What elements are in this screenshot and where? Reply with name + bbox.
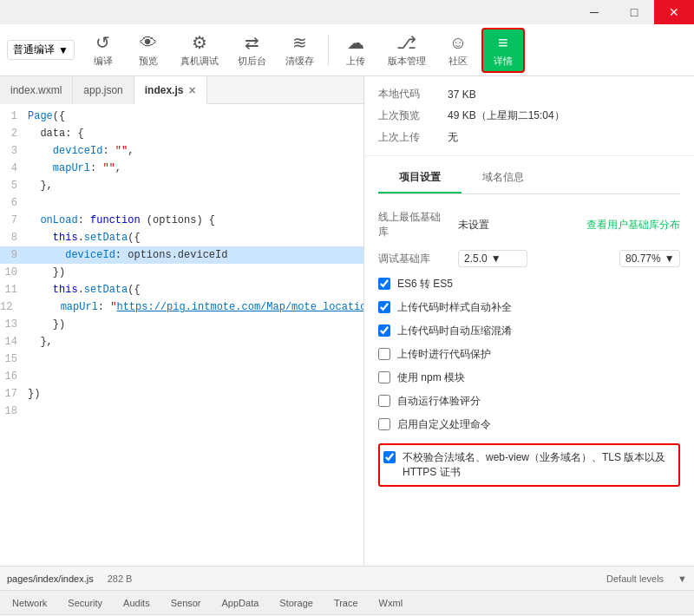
tab-index-wxml-label: index.wxml — [10, 84, 62, 96]
toolbar-debug[interactable]: ⚙ 真机调试 — [172, 29, 227, 71]
last-preview-row: 上次预览 49 KB（上星期二15:04） — [378, 105, 680, 127]
detail-label: 详情 — [494, 55, 513, 68]
checkbox-experience-label: 自动运行体验评分 — [397, 394, 481, 409]
bottom-tabs: Network Security Audits Sensor AppData S… — [0, 590, 694, 614]
bottom-tab-appdata[interactable]: AppData — [213, 594, 268, 612]
last-preview-label: 上次预览 — [378, 108, 448, 123]
debug-version-select[interactable]: 2.5.0 ▼ — [458, 250, 527, 267]
code-line: 2 data: { — [0, 125, 363, 142]
code-line: 5 }, — [0, 177, 363, 194]
checkbox-npm: 使用 npm 模块 — [378, 366, 680, 390]
code-line: 6 — [0, 194, 363, 212]
info-section: 本地代码 37 KB 上次预览 49 KB（上星期二15:04） 上次上传 无 — [364, 76, 694, 156]
code-line: 17 }) — [0, 385, 363, 403]
last-preview-value: 49 KB（上星期二15:04） — [448, 108, 565, 123]
community-label: 社区 — [448, 55, 468, 68]
levels-dropdown-icon: ▼ — [678, 573, 687, 584]
checkbox-custom-label: 启用自定义处理命令 — [397, 417, 491, 432]
minimize-button[interactable]: ─ — [574, 0, 614, 24]
toolbar-community[interactable]: ☺ 社区 — [436, 29, 480, 71]
bottom-tab-sensor[interactable]: Sensor — [162, 594, 210, 612]
compile-icon: ↺ — [95, 32, 110, 53]
code-line: 16 — [0, 368, 363, 385]
code-line: 15 — [0, 351, 363, 368]
status-size: 282 B — [108, 573, 133, 584]
checkbox-style-input[interactable] — [378, 301, 390, 313]
dropdown-icon: ▼ — [58, 44, 69, 56]
cutback-label: 切后台 — [238, 55, 266, 68]
checkbox-protect: 上传时进行代码保护 — [378, 343, 680, 366]
checkbox-tls-input[interactable] — [383, 451, 396, 463]
tab-project-settings[interactable]: 项目设置 — [378, 163, 462, 193]
upload-icon: ☁ — [347, 32, 364, 53]
tab-close-icon[interactable]: × — [188, 84, 195, 96]
tab-domain-info[interactable]: 域名信息 — [462, 163, 545, 193]
baseline-link[interactable]: 查看用户基础库分布 — [586, 218, 680, 233]
bottom-tab-storage[interactable]: Storage — [271, 594, 322, 612]
checkbox-es6-input[interactable] — [378, 278, 390, 290]
bottom-tab-trace[interactable]: Trace — [325, 594, 367, 612]
settings-tabs: 项目设置 域名信息 — [378, 163, 680, 194]
code-panel: index.wxml app.json index.js × 1 Page({ … — [0, 76, 364, 566]
version-icon: ⎇ — [396, 32, 416, 53]
toolbar-cutback[interactable]: ⇄ 切后台 — [229, 29, 275, 71]
community-icon: ☺ — [449, 33, 467, 53]
checkbox-minify-input[interactable] — [378, 324, 390, 337]
checkbox-experience: 自动运行体验评分 — [378, 390, 680, 413]
toolbar-detail[interactable]: ≡ 详情 — [481, 28, 525, 73]
version-label: 版本管理 — [388, 55, 426, 68]
bottom-tab-audits[interactable]: Audits — [115, 594, 159, 612]
preview-icon: 👁 — [140, 33, 157, 53]
tab-app-json[interactable]: app.json — [73, 76, 134, 104]
checkbox-custom-input[interactable] — [378, 418, 390, 430]
checkbox-tls-label: 不校验合法域名、web-view（业务域名）、TLS 版本以及 HTTPS 证书 — [403, 450, 675, 480]
main-layout: index.wxml app.json index.js × 1 Page({ … — [0, 76, 694, 566]
debug-label: 真机调试 — [180, 55, 219, 68]
code-line: 7 onLoad: function (options) { — [0, 212, 363, 229]
checkbox-custom: 启用自定义处理命令 — [378, 413, 680, 436]
local-code-row: 本地代码 37 KB — [378, 83, 680, 105]
compile-mode-label: 普通编译 — [13, 43, 55, 57]
checkbox-experience-input[interactable] — [378, 395, 390, 407]
maximize-button[interactable]: □ — [614, 0, 654, 24]
code-line: 13 }) — [0, 316, 363, 333]
bottom-tab-wxml[interactable]: Wxml — [370, 594, 412, 612]
toolbar-compile[interactable]: ↺ 编译 — [82, 29, 125, 71]
checkbox-minify-label: 上传代码时自动压缩混淆 — [397, 324, 512, 338]
checkbox-npm-input[interactable] — [378, 371, 390, 383]
code-editor[interactable]: 1 Page({ 2 data: { 3 deviceId: "", 4 map… — [0, 104, 363, 566]
last-upload-row: 上次上传 无 — [378, 127, 680, 148]
detail-icon: ≡ — [498, 33, 508, 53]
tab-app-json-label: app.json — [83, 84, 122, 96]
bottom-tab-network[interactable]: Network — [3, 594, 56, 612]
toolbar-upload[interactable]: ☁ 上传 — [334, 29, 377, 71]
compile-select[interactable]: 普通编译 ▼ — [7, 40, 75, 60]
compile-mode-selector[interactable]: 普通编译 ▼ — [7, 40, 75, 60]
toolbar-preview[interactable]: 👁 预览 — [127, 29, 170, 71]
toolbar-version[interactable]: ⎇ 版本管理 — [379, 29, 435, 71]
checkbox-protect-label: 上传时进行代码保护 — [397, 347, 491, 362]
baseline-value: 未设置 — [458, 218, 489, 233]
upload-label: 上传 — [346, 55, 365, 68]
checkbox-protect-input[interactable] — [378, 348, 390, 360]
code-line: 4 mapUrl: "", — [0, 160, 363, 177]
close-button[interactable]: ✕ — [654, 0, 694, 24]
toolbar: 普通编译 ▼ ↺ 编译 👁 预览 ⚙ 真机调试 ⇄ 切后台 ≋ 清缓存 ☁ 上传 — [0, 24, 694, 76]
tabs-bar: index.wxml app.json index.js × — [0, 76, 363, 104]
debug-label: 调试基础库 — [378, 252, 448, 266]
status-filename: pages/index/index.js — [7, 573, 94, 584]
bottom-tab-security[interactable]: Security — [59, 594, 111, 612]
debug-percent-select[interactable]: 80.77% ▼ — [619, 250, 680, 267]
code-line: 1 Page({ — [0, 108, 363, 125]
code-line: 10 }) — [0, 264, 363, 281]
percent-dropdown-icon: ▼ — [665, 252, 675, 265]
checkbox-style-label: 上传代码时样式自动补全 — [397, 300, 512, 315]
tab-index-js[interactable]: index.js × — [134, 76, 207, 104]
checkbox-style: 上传代码时样式自动补全 — [378, 296, 680, 319]
default-levels-label: Default levels — [606, 573, 664, 584]
tab-index-wxml[interactable]: index.wxml — [0, 76, 73, 104]
toolbar-clean[interactable]: ≋ 清缓存 — [277, 29, 323, 71]
checkbox-es6-label: ES6 转 ES5 — [397, 277, 453, 292]
checkbox-npm-label: 使用 npm 模块 — [397, 370, 465, 385]
code-line: 18 — [0, 403, 363, 420]
